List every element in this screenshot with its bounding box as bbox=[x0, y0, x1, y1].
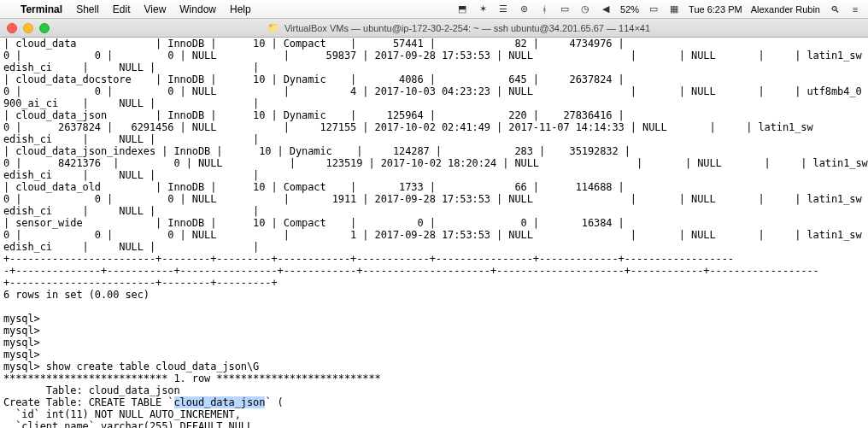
menu-app-name[interactable]: Terminal bbox=[21, 3, 62, 15]
menu-shell[interactable]: Shell bbox=[76, 3, 99, 15]
flag-icon[interactable]: ▦ bbox=[668, 3, 680, 15]
notifications-icon[interactable]: ≡ bbox=[849, 4, 861, 15]
sync-icon[interactable]: ✶ bbox=[477, 3, 489, 15]
folder-icon: 📁 bbox=[267, 22, 279, 33]
dropbox-icon[interactable]: ⬒ bbox=[456, 3, 468, 15]
window-titlebar[interactable]: 📁 VirtualBox VMs — ubuntu@ip-172-30-2-25… bbox=[0, 19, 868, 38]
menubar-user[interactable]: Alexander Rubin bbox=[751, 4, 820, 15]
menu-edit[interactable]: Edit bbox=[113, 3, 131, 15]
window-title-text: VirtualBox VMs — ubuntu@ip-172-30-2-254:… bbox=[284, 23, 650, 33]
battery-percent[interactable]: 52% bbox=[620, 4, 639, 15]
display-icon[interactable]: ▭ bbox=[559, 3, 571, 15]
traffic-lights bbox=[7, 23, 50, 33]
maximize-button[interactable] bbox=[39, 23, 50, 33]
window-title: 📁 VirtualBox VMs — ubuntu@ip-172-30-2-25… bbox=[267, 22, 650, 33]
volume-icon[interactable]: ◀ bbox=[600, 3, 612, 15]
menu-view[interactable]: View bbox=[144, 3, 167, 15]
wifi-icon[interactable]: ⊚ bbox=[518, 3, 530, 15]
menubar-right: ⬒ ✶ ☰ ⊚ ᚼ ▭ ◷ ◀ 52% ▭ ▦ Tue 6:23 PM Alex… bbox=[456, 3, 861, 15]
menubar-clock[interactable]: Tue 6:23 PM bbox=[689, 4, 742, 15]
spotlight-icon[interactable]: 🔍︎ bbox=[829, 4, 841, 15]
battery-icon[interactable]: ▭ bbox=[648, 3, 660, 15]
menu-window[interactable]: Window bbox=[179, 3, 216, 15]
terminal-output[interactable]: | cloud_data | InnoDB | 10 | Compact | 5… bbox=[0, 38, 868, 428]
close-button[interactable] bbox=[7, 23, 17, 33]
minimize-button[interactable] bbox=[23, 23, 33, 33]
bluetooth-icon[interactable]: ᚼ bbox=[538, 4, 550, 15]
clock-icon[interactable]: ◷ bbox=[579, 3, 591, 15]
menubar-left: Terminal Shell Edit View Window Help bbox=[7, 3, 251, 15]
menubar: Terminal Shell Edit View Window Help ⬒ ✶… bbox=[0, 0, 868, 19]
menu-help[interactable]: Help bbox=[230, 3, 251, 15]
evernote-icon[interactable]: ☰ bbox=[497, 3, 509, 15]
